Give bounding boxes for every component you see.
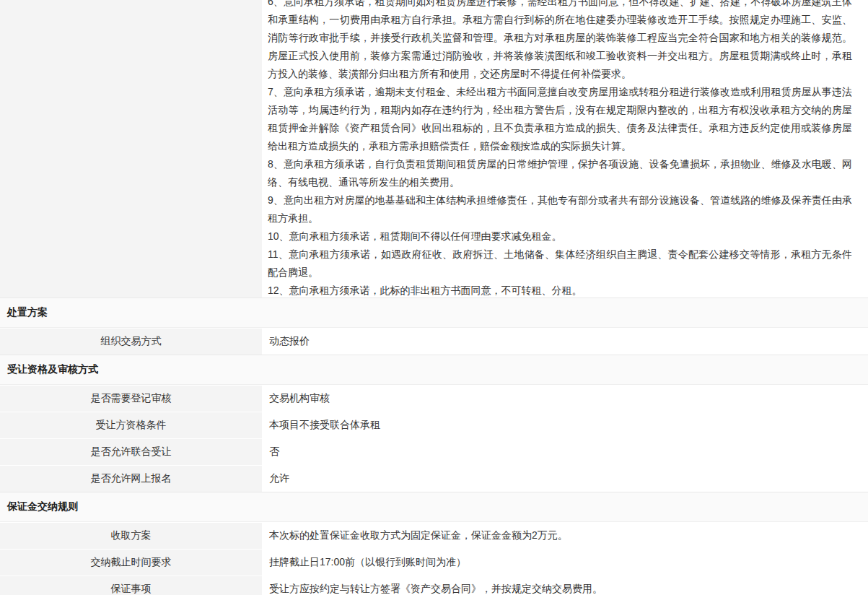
listing-detail-table: 6、意向承租方须承诺，租赁期间如对租赁房屋进行装修，需经出租方书面同意，但不得改… [0, 0, 868, 595]
terms-paragraph: 8、意向承租方须承诺，自行负责租赁期间租赁房屋的日常维护管理，保护各项设施、设备… [268, 155, 852, 191]
row-value: 本项目不接受联合体承租 [262, 412, 868, 438]
table-row: 组织交易方式动态报价 [0, 329, 868, 355]
row-value: 允许 [262, 466, 868, 492]
terms-label-cell [0, 0, 262, 298]
row-value: 交易机构审核 [262, 386, 868, 412]
section-header: 保证金交纳规则 [0, 492, 868, 522]
section-header: 受让资格及审核方式 [0, 355, 868, 385]
section-header: 处置方案 [0, 298, 868, 328]
row-value: 受让方应按约定与转让方签署《资产交易合同》，并按规定交纳交易费用。 [262, 576, 868, 595]
table-row: 是否需要登记审核交易机构审核 [0, 386, 868, 412]
row-value: 动态报价 [262, 329, 868, 355]
table-row: 交纳截止时间要求挂牌截止日17:00前（以银行到账时间为准） [0, 550, 868, 576]
table-row: 收取方案本次标的处置保证金收取方式为固定保证金，保证金金额为2万元。 [0, 523, 868, 549]
table-row: 是否允许网上报名允许 [0, 466, 868, 492]
row-label: 交纳截止时间要求 [0, 550, 262, 576]
row-label: 收取方案 [0, 523, 262, 549]
terms-paragraph: 7、意向承租方须承诺，逾期未支付租金、未经出租方书面同意擅自改变房屋用途或转租分… [268, 83, 852, 155]
row-value: 挂牌截止日17:00前（以银行到账时间为准） [262, 550, 868, 576]
table-row: 受让方资格条件本项目不接受联合体承租 [0, 412, 868, 438]
row-value: 本次标的处置保证金收取方式为固定保证金，保证金金额为2万元。 [262, 523, 868, 549]
row-label: 受让方资格条件 [0, 412, 262, 438]
terms-paragraph: 10、意向承租方须承诺，租赁期间不得以任何理由要求减免租金。 [268, 227, 852, 246]
table-row: 保证事项受让方应按约定与转让方签署《资产交易合同》，并按规定交纳交易费用。 [0, 576, 868, 595]
section-title: 受让资格及审核方式 [7, 363, 98, 376]
row-value: 否 [262, 439, 868, 465]
section-title: 处置方案 [7, 306, 48, 319]
table-row: 是否允许联合受让否 [0, 439, 868, 465]
row-label: 组织交易方式 [0, 329, 262, 355]
detail-sections: 处置方案组织交易方式动态报价受让资格及审核方式是否需要登记审核交易机构审核受让方… [0, 298, 868, 595]
section-title: 保证金交纳规则 [7, 500, 78, 513]
terms-paragraph: 12、意向承租方须承诺，此标的非出租方书面同意，不可转租、分租。 [268, 282, 852, 298]
terms-row: 6、意向承租方须承诺，租赁期间如对租赁房屋进行装修，需经出租方书面同意，但不得改… [0, 0, 868, 298]
terms-paragraph: 6、意向承租方须承诺，租赁期间如对租赁房屋进行装修，需经出租方书面同意，但不得改… [268, 0, 852, 83]
terms-text-block: 6、意向承租方须承诺，租赁期间如对租赁房屋进行装修，需经出租方书面同意，但不得改… [262, 0, 868, 298]
terms-paragraph: 9、意向出租方对房屋的地基基础和主体结构承担维修责任，其他专有部分或者共有部分设… [268, 191, 852, 227]
row-label: 保证事项 [0, 576, 262, 595]
row-label: 是否需要登记审核 [0, 386, 262, 412]
terms-paragraph: 11、意向承租方须承诺，如遇政府征收、政府拆迁、土地储备、集体经济组织自主腾退、… [268, 246, 852, 282]
row-label: 是否允许网上报名 [0, 466, 262, 492]
row-label: 是否允许联合受让 [0, 439, 262, 465]
terms-paragraphs: 6、意向承租方须承诺，租赁期间如对租赁房屋进行装修，需经出租方书面同意，但不得改… [268, 0, 852, 298]
